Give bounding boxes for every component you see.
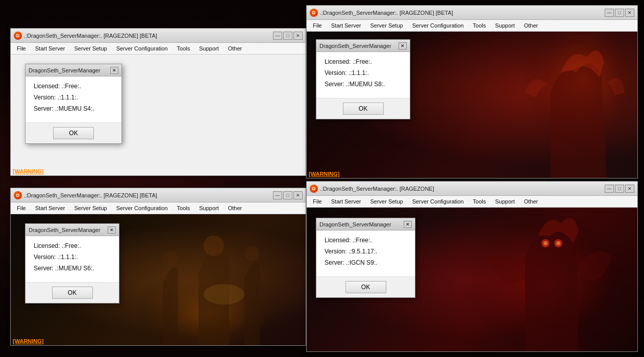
dialog-bottom-left: DragonSeth_ServerManager ✕ Licensed: .:F… (25, 223, 119, 303)
menu-startserver-br[interactable]: Start Server (327, 197, 365, 206)
minimize-btn-top-left[interactable]: — (273, 32, 282, 40)
svg-point-11 (543, 241, 548, 245)
menu-serverconfig-tl[interactable]: Server Configuration (112, 44, 172, 53)
maximize-btn-top-left[interactable]: □ (283, 32, 292, 40)
dialog-titlebar-bottom-right: DragonSeth_ServerManager ✕ (316, 218, 415, 231)
app-icon-top-left: D (14, 32, 22, 40)
title-bar-bottom-right: D .:DragonSeth_ServerManager:. [RAGEZONE… (307, 182, 637, 196)
window-title-top-right: .:DragonSeth_ServerManager:. [RAGEZONE] … (320, 10, 603, 16)
warning-bottom-left: [WARNING] (13, 338, 44, 344)
window-controls-top-left: — □ ✕ (273, 32, 303, 40)
window-content-bottom-right: DragonSeth_ServerManager ✕ Licensed: .:F… (307, 208, 637, 351)
dialog-body-tl: Licensed: .:Free:. Version: .:1.1.1:. Se… (26, 76, 121, 122)
dialog-licensed-br: Licensed: .:Free:. (325, 237, 407, 244)
title-bar-top-right: D .:DragonSeth_ServerManager:. [RAGEZONE… (307, 6, 637, 20)
dialog-server-bl: Server: .:MUEMU S6:. (34, 265, 111, 272)
ok-button-br[interactable]: OK (345, 281, 386, 293)
minimize-btn-bottom-left[interactable]: — (273, 191, 282, 199)
dialog-version-br: Version: .:9.5.1.17:. (325, 248, 407, 255)
window-bottom-right: D .:DragonSeth_ServerManager:. [RAGEZONE… (306, 181, 638, 352)
menu-file-bl[interactable]: File (13, 203, 30, 213)
app-icon-top-right: D (310, 9, 318, 17)
menu-serverconfig-bl[interactable]: Server Configuration (112, 203, 172, 213)
dialog-licensed-tl: Licensed: .:Free:. (34, 83, 113, 90)
dialog-version-tl: Version: .:1.1.1:. (34, 94, 113, 101)
dialog-title-label-tl: DragonSeth_ServerManager (29, 67, 101, 73)
window-content-top-left: [WARNING] DragonSeth_ServerManager ✕ Lic… (11, 55, 306, 175)
menu-bar-bottom-right: File Start Server Server Setup Server Co… (307, 196, 637, 208)
figure-decoration-br (443, 208, 637, 351)
dialog-close-bl[interactable]: ✕ (108, 226, 116, 234)
window-title-top-left: .:DragonSeth_ServerManager:. [RAGEZONE] … (24, 33, 271, 39)
dialog-titlebar-bottom-left: DragonSeth_ServerManager ✕ (26, 224, 119, 236)
dialog-footer-tr: OK (316, 98, 410, 119)
minimize-btn-top-right[interactable]: — (605, 9, 614, 17)
ok-button-bl[interactable]: OK (52, 287, 93, 299)
menu-tools-bl[interactable]: Tools (173, 203, 194, 213)
menu-startserver-tl[interactable]: Start Server (31, 44, 69, 53)
dialog-close-br[interactable]: ✕ (404, 221, 412, 228)
menu-startserver-tr[interactable]: Start Server (327, 21, 365, 30)
maximize-btn-bottom-left[interactable]: □ (283, 191, 292, 199)
menu-bar-bottom-left: File Start Server Server Setup Server Co… (11, 202, 306, 214)
menu-support-bl[interactable]: Support (195, 203, 223, 213)
dialog-footer-br: OK (316, 276, 415, 297)
dialog-body-bl: Licensed: .:Free:. Version: .:1.1.1:. Se… (26, 236, 119, 282)
dialog-server-tr: Server: .:MUEMU S8:. (325, 81, 402, 88)
dialog-version-bl: Version: .:1.1.1:. (34, 253, 111, 261)
window-title-bottom-left: .:DragonSeth_ServerManager:. [RAGEZONE] … (24, 192, 271, 198)
window-top-left: D .:DragonSeth_ServerManager:. [RAGEZONE… (10, 28, 306, 176)
menu-tools-tr[interactable]: Tools (469, 21, 490, 30)
maximize-btn-bottom-right[interactable]: □ (615, 185, 624, 193)
ok-button-tr[interactable]: OK (343, 103, 384, 115)
menu-serverconfig-tr[interactable]: Server Configuration (408, 21, 468, 30)
window-top-right: D .:DragonSeth_ServerManager:. [RAGEZONE… (306, 5, 638, 178)
svg-point-5 (163, 251, 178, 266)
close-btn-top-left[interactable]: ✕ (293, 32, 303, 40)
dialog-server-br: Server: .:IGCN S9:. (325, 259, 407, 266)
close-btn-top-right[interactable]: ✕ (625, 9, 634, 17)
menu-file-br[interactable]: File (309, 197, 326, 206)
dialog-server-tl: Server: .:MUEMU S4:. (34, 105, 113, 112)
close-btn-bottom-left[interactable]: ✕ (293, 191, 303, 199)
svg-point-12 (556, 241, 560, 245)
dialog-title-label-br: DragonSeth_ServerManager (319, 221, 391, 227)
menu-serversetup-tl[interactable]: Server Setup (70, 44, 111, 53)
menu-file-tr[interactable]: File (309, 21, 326, 30)
dialog-body-tr: Licensed: .:Free:. Version: .:1.1.1:. Se… (316, 52, 410, 98)
window-title-bottom-right: .:DragonSeth_ServerManager:. [RAGEZONE] (320, 186, 603, 192)
menu-support-br[interactable]: Support (491, 197, 519, 206)
dialog-close-tr[interactable]: ✕ (399, 42, 407, 49)
menu-file-tl[interactable]: File (13, 44, 30, 53)
menu-serversetup-br[interactable]: Server Setup (366, 197, 407, 206)
menu-other-tr[interactable]: Other (520, 21, 542, 30)
dialog-close-tl[interactable]: ✕ (110, 67, 118, 74)
maximize-btn-top-right[interactable]: □ (615, 9, 624, 17)
close-btn-bottom-right[interactable]: ✕ (625, 185, 634, 193)
window-content-bottom-left: [WARNING] DragonSeth_ServerManager ✕ Lic… (11, 214, 306, 345)
dialog-title-label-tr: DragonSeth_ServerManager (319, 43, 391, 49)
warning-top-right: [WARNING] (309, 171, 340, 177)
svg-point-6 (244, 246, 260, 261)
figure-decoration-tr (459, 32, 637, 178)
menu-support-tr[interactable]: Support (491, 21, 519, 30)
menu-other-tl[interactable]: Other (224, 44, 246, 53)
app-icon-bottom-left: D (14, 191, 22, 199)
menu-tools-br[interactable]: Tools (469, 197, 490, 206)
menu-tools-tl[interactable]: Tools (173, 44, 194, 53)
menu-serverconfig-br[interactable]: Server Configuration (408, 197, 468, 206)
menu-startserver-bl[interactable]: Start Server (31, 203, 69, 213)
window-controls-bottom-left: — □ ✕ (273, 191, 303, 199)
svg-point-7 (204, 284, 244, 304)
menu-support-tl[interactable]: Support (195, 44, 223, 53)
ok-button-tl[interactable]: OK (53, 127, 94, 139)
dialog-titlebar-top-left: DragonSeth_ServerManager ✕ (26, 64, 121, 76)
dialog-title-label-bl: DragonSeth_ServerManager (29, 227, 101, 233)
menu-other-br[interactable]: Other (520, 197, 542, 206)
minimize-btn-bottom-right[interactable]: — (605, 185, 614, 193)
menu-serversetup-bl[interactable]: Server Setup (70, 203, 111, 213)
figure-decoration-bl (122, 214, 295, 345)
menu-other-bl[interactable]: Other (224, 203, 246, 213)
menu-bar-top-left: File Start Server Server Setup Server Co… (11, 43, 306, 55)
menu-serversetup-tr[interactable]: Server Setup (366, 21, 407, 30)
